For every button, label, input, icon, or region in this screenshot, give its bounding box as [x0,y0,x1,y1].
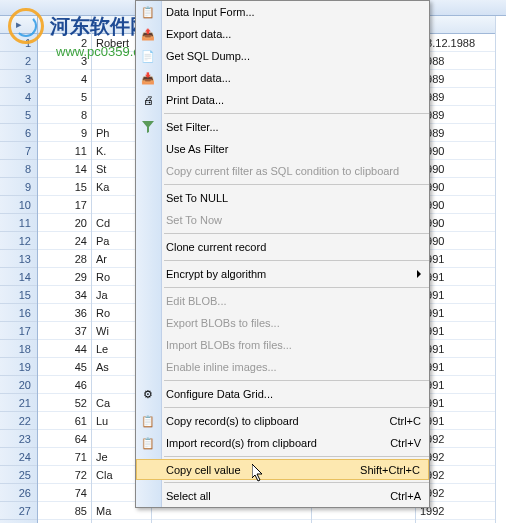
cell[interactable]: 45 [38,358,91,376]
menu-copy-records[interactable]: 📋Copy record(s) to clipboardCtrl+C [136,410,429,432]
menu-data-input-form[interactable]: 📋Data Input Form... [136,1,429,23]
row-number[interactable]: 23 [0,430,37,448]
copy-icon: 📋 [140,413,156,429]
cell[interactable]: 34 [38,286,91,304]
row-number[interactable]: 2 [0,52,37,70]
row-number[interactable]: 12 [0,232,37,250]
context-menu: 📋Data Input Form... 📤Export data... 📄Get… [135,0,430,508]
filter-icon [140,119,156,135]
submenu-arrow-icon [417,270,421,278]
menu-copy-cell-value[interactable]: Copy cell valueShift+Ctrl+C [136,459,429,480]
shortcut: Ctrl+V [390,437,421,449]
menu-separator [164,233,429,234]
menu-separator [164,456,429,457]
menu-set-filter[interactable]: Set Filter... [136,116,429,138]
menu-set-to-now: Set To Now [136,209,429,231]
cell[interactable]: 28 [38,250,91,268]
menu-inline-images: Enable inline images... [136,356,429,378]
shortcut: Ctrl+C [390,415,421,427]
cell[interactable]: 29 [38,268,91,286]
row-number[interactable]: 21 [0,394,37,412]
row-number[interactable]: 26 [0,484,37,502]
menu-separator [164,407,429,408]
menu-get-sql-dump[interactable]: 📄Get SQL Dump... [136,45,429,67]
cell[interactable]: 14 [38,160,91,178]
menu-separator [164,184,429,185]
menu-separator [164,380,429,381]
cell[interactable]: 17 [38,196,91,214]
cell[interactable]: 61 [38,412,91,430]
print-icon: 🖨 [140,92,156,108]
cell[interactable]: 11 [38,142,91,160]
sql-icon: 📄 [140,48,156,64]
row-number[interactable]: 17 [0,322,37,340]
cell[interactable]: 9 [38,124,91,142]
column-header[interactable] [38,16,91,34]
row-number[interactable]: 22 [0,412,37,430]
row-number[interactable]: 10 [0,196,37,214]
form-icon: 📋 [140,4,156,20]
row-number[interactable]: 8 [0,160,37,178]
menu-separator [164,113,429,114]
paste-icon: 📋 [140,435,156,451]
menu-import-records[interactable]: 📋Import record(s) from clipboardCtrl+V [136,432,429,454]
menu-set-to-null[interactable]: Set To NULL [136,187,429,209]
menu-print-data[interactable]: 🖨Print Data... [136,89,429,111]
menu-export-data[interactable]: 📤Export data... [136,23,429,45]
menu-encrypt[interactable]: Encrypt by algorithm [136,263,429,285]
cell[interactable]: 64 [38,430,91,448]
cell[interactable]: 71 [38,448,91,466]
cell[interactable]: 74 [38,484,91,502]
row-number[interactable]: 4 [0,88,37,106]
row-number[interactable]: 15 [0,286,37,304]
shortcut: Ctrl+A [390,490,421,502]
row-number[interactable]: 19 [0,358,37,376]
row-number[interactable]: 6 [0,124,37,142]
menu-separator [164,287,429,288]
cell[interactable]: 15 [38,178,91,196]
row-number[interactable]: 13 [0,250,37,268]
cell[interactable]: 72 [38,466,91,484]
row-number[interactable]: 24 [0,448,37,466]
row-number[interactable]: 27 [0,502,37,520]
menu-separator [164,482,429,483]
cell[interactable]: 4 [38,70,91,88]
shortcut: Shift+Ctrl+C [360,464,420,476]
cell[interactable]: 20 [38,214,91,232]
row-number[interactable]: 7 [0,142,37,160]
menu-select-all[interactable]: Select allCtrl+A [136,485,429,507]
row-number[interactable]: 11 [0,214,37,232]
menu-export-blobs: Export BLOBs to files... [136,312,429,334]
row-number[interactable]: 18 [0,340,37,358]
cell[interactable]: 37 [38,322,91,340]
menu-copy-filter: Copy current filter as SQL condition to … [136,160,429,182]
menu-use-as-filter[interactable]: Use As Filter [136,138,429,160]
cell[interactable]: 46 [38,376,91,394]
row-number[interactable]: 1 [0,34,37,52]
row-number[interactable]: 25 [0,466,37,484]
menu-clone-record[interactable]: Clone current record [136,236,429,258]
export-icon: 📤 [140,26,156,42]
menu-import-data[interactable]: 📥Import data... [136,67,429,89]
menu-import-blobs: Import BLOBs from files... [136,334,429,356]
cell[interactable]: 36 [38,304,91,322]
row-number[interactable]: 14 [0,268,37,286]
cell[interactable]: 52 [38,394,91,412]
row-number[interactable]: 3 [0,70,37,88]
cell[interactable]: 24 [38,232,91,250]
row-number[interactable]: 20 [0,376,37,394]
cell[interactable]: 5 [38,88,91,106]
cell[interactable]: 8 [38,106,91,124]
gear-icon: ⚙ [140,386,156,402]
menu-configure-grid[interactable]: ⚙Configure Data Grid... [136,383,429,405]
cell[interactable]: 2 [38,34,91,52]
cell[interactable]: 3 [38,52,91,70]
cell[interactable]: 44 [38,340,91,358]
row-number[interactable]: 16 [0,304,37,322]
column-id: 2345891114151720242829343637444546526164… [38,16,92,523]
row-number[interactable]: 9 [0,178,37,196]
row-header-corner[interactable]: ▸ [0,16,37,34]
cell[interactable]: 85 [38,502,91,520]
menu-edit-blob: Edit BLOB... [136,290,429,312]
row-number[interactable]: 5 [0,106,37,124]
